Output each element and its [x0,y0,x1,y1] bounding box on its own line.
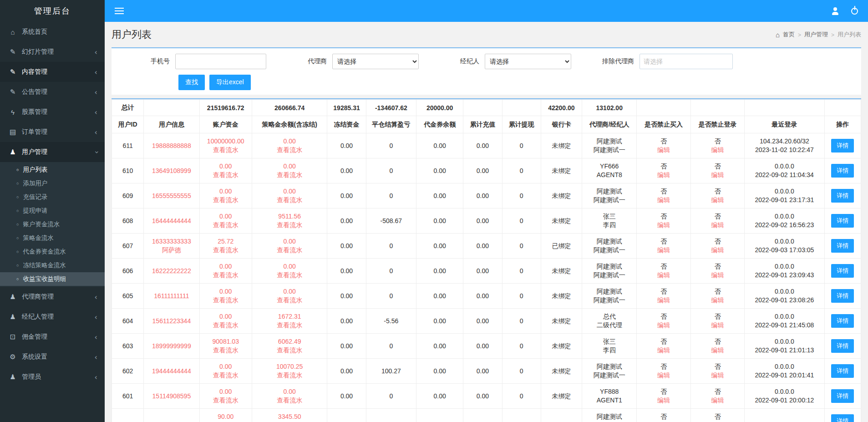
edit-forbid-buy-link[interactable]: 编辑 [638,221,689,229]
view-flow-link[interactable]: 查看流水 [201,371,250,380]
account-funds-link[interactable]: 0.00 [201,262,250,271]
user-account-icon[interactable] [832,7,838,15]
edit-forbid-login-link[interactable]: 编辑 [692,171,743,179]
sidebar-subitem[interactable]: ○策略金流水 [0,231,105,245]
view-flow-link[interactable]: 查看流水 [254,146,326,154]
sidebar-subitem[interactable]: ○添加用户 [0,177,105,190]
agent-select[interactable]: 请选择 [332,54,419,69]
detail-button[interactable]: 详情 [831,139,854,153]
edit-forbid-login-link[interactable]: 编辑 [692,396,743,405]
sidebar-item-orders[interactable]: ▤订单管理‹ [0,122,105,142]
detail-button[interactable]: 详情 [831,414,854,422]
edit-forbid-login-link[interactable]: 编辑 [692,321,743,330]
view-flow-link[interactable]: 查看流水 [201,296,250,305]
detail-button[interactable]: 详情 [831,339,854,353]
account-funds-link[interactable]: 0.00 [201,387,250,396]
account-funds-link[interactable]: 90.00 [201,412,250,421]
user-info-link[interactable]: 15114908595 [145,392,198,401]
breadcrumb-home[interactable]: 首页 [783,31,795,39]
detail-button[interactable]: 详情 [831,189,854,203]
detail-button[interactable]: 详情 [831,314,854,328]
export-excel-button[interactable]: 导出excel [209,75,251,90]
search-button[interactable]: 查找 [178,75,205,90]
user-info-link[interactable]: 16222222222 [145,267,198,275]
view-flow-link[interactable]: 查看流水 [254,296,326,305]
view-flow-link[interactable]: 查看流水 [254,246,326,254]
edit-forbid-login-link[interactable]: 编辑 [692,271,743,280]
phone-input[interactable] [175,54,266,69]
account-funds-link[interactable]: 0.00 [201,212,250,221]
edit-forbid-buy-link[interactable]: 编辑 [638,271,689,280]
edit-forbid-buy-link[interactable]: 编辑 [638,346,689,355]
edit-forbid-buy-link[interactable]: 编辑 [638,321,689,330]
sidebar-item-brokers[interactable]: ♟经纪人管理‹ [0,307,105,327]
strategy-balance-link[interactable]: 0.00 [254,162,326,171]
view-flow-link[interactable]: 查看流水 [254,171,326,179]
user-info-link[interactable]: 16555555555 [145,192,198,200]
strategy-balance-link[interactable]: 6062.49 [254,337,326,346]
strategy-balance-link[interactable]: 0.00 [254,137,326,146]
view-flow-link[interactable]: 查看流水 [201,221,250,229]
sidebar-subitem[interactable]: ○冻结策略金流水 [0,259,105,272]
edit-forbid-login-link[interactable]: 编辑 [692,146,743,154]
view-flow-link[interactable]: 查看流水 [254,371,326,380]
user-info-link[interactable]: 15611223344 [145,317,198,325]
sidebar-item-agents[interactable]: ♟代理商管理‹ [0,287,105,307]
detail-button[interactable]: 详情 [831,264,854,278]
sidebar-subitem[interactable]: ○提现申请 [0,204,105,218]
strategy-balance-link[interactable]: 0.00 [254,287,326,296]
view-flow-link[interactable]: 查看流水 [254,321,326,330]
view-flow-link[interactable]: 查看流水 [254,221,326,229]
user-info-link[interactable]: 13649108999 [145,167,198,175]
strategy-balance-link[interactable]: 0.00 [254,262,326,271]
broker-select[interactable]: 请选择 [485,54,571,69]
edit-forbid-buy-link[interactable]: 编辑 [638,146,689,154]
user-info-link[interactable]: 19888888888 [145,142,198,150]
edit-forbid-buy-link[interactable]: 编辑 [638,396,689,405]
account-funds-link[interactable]: 0.00 [201,287,250,296]
sidebar-item-notice[interactable]: ✎公告管理‹ [0,82,105,102]
sidebar-subitem[interactable]: ○收益宝收益明细 [0,272,105,286]
account-funds-link[interactable]: 0.00 [201,362,250,371]
view-flow-link[interactable]: 查看流水 [201,246,250,254]
edit-forbid-login-link[interactable]: 编辑 [692,296,743,305]
account-funds-link[interactable]: 0.00 [201,162,250,171]
detail-button[interactable]: 详情 [831,389,854,403]
view-flow-link[interactable]: 查看流水 [254,396,326,405]
edit-forbid-login-link[interactable]: 编辑 [692,346,743,355]
sidebar-item-slides[interactable]: ✎幻灯片管理‹ [0,42,105,62]
sidebar-item-users[interactable]: ♟用户管理‹ [0,142,105,162]
account-funds-link[interactable]: 10000000.00 [201,137,250,146]
user-info-link[interactable]: 16111111111 [145,292,198,300]
strategy-balance-link[interactable]: 0.00 [254,187,326,196]
user-info-link[interactable]: 阿萨德 [145,246,198,254]
edit-forbid-login-link[interactable]: 编辑 [692,246,743,254]
strategy-balance-link[interactable]: 10070.25 [254,362,326,371]
sidebar-item-content[interactable]: ✎内容管理‹ [0,62,105,82]
detail-button[interactable]: 详情 [831,364,854,378]
account-funds-link[interactable]: 25.72 [201,237,250,246]
edit-forbid-login-link[interactable]: 编辑 [692,371,743,380]
sidebar-item-home[interactable]: ⌂系统首页 [0,22,105,42]
account-funds-link[interactable]: 90081.03 [201,337,250,346]
view-flow-link[interactable]: 查看流水 [201,271,250,280]
account-funds-link[interactable]: 0.00 [201,187,250,196]
strategy-balance-link[interactable]: 1672.31 [254,312,326,321]
view-flow-link[interactable]: 查看流水 [254,346,326,355]
account-funds-link[interactable]: 0.00 [201,312,250,321]
view-flow-link[interactable]: 查看流水 [201,321,250,330]
user-info-link[interactable]: 19444444444 [145,367,198,376]
user-info-link[interactable]: 18999999999 [145,342,198,351]
sidebar-item-settings[interactable]: ⚙系统设置‹ [0,347,105,367]
view-flow-link[interactable]: 查看流水 [254,196,326,204]
detail-button[interactable]: 详情 [831,239,854,253]
sidebar-subitem[interactable]: ○账户资金流水 [0,218,105,231]
breadcrumb-user-management[interactable]: 用户管理 [804,31,828,39]
menu-toggle-icon[interactable] [115,8,124,14]
view-flow-link[interactable]: 查看流水 [201,346,250,355]
strategy-balance-link[interactable]: 9511.56 [254,212,326,221]
view-flow-link[interactable]: 查看流水 [201,396,250,405]
sidebar-item-admin[interactable]: ♟管理员‹ [0,367,105,387]
edit-forbid-buy-link[interactable]: 编辑 [638,246,689,254]
user-info-link[interactable]: 16333333333 [145,237,198,246]
